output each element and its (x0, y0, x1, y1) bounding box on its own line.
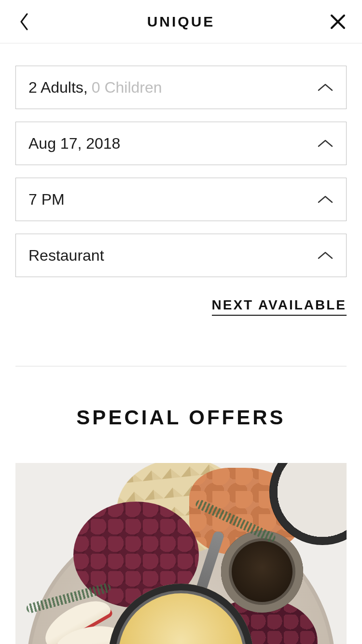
close-icon (330, 14, 346, 30)
venue-type-selector[interactable]: Restaurant (15, 234, 347, 277)
time-selector[interactable]: 7 PM (15, 178, 347, 221)
party-size-label: 2 Adults, 0 Children (28, 79, 162, 97)
close-button[interactable] (328, 12, 348, 31)
children-text: 0 Children (92, 79, 162, 97)
chevron-up-icon (317, 83, 334, 92)
chevron-left-icon (19, 13, 29, 30)
next-available-link[interactable]: NEXT AVAILABLE (212, 297, 347, 316)
special-offer-image[interactable] (15, 463, 347, 644)
pepper-dish-icon (221, 531, 303, 613)
venue-type-label: Restaurant (28, 247, 104, 265)
adults-text: 2 Adults, (28, 79, 88, 97)
page-title: UNIQUE (147, 14, 215, 30)
time-label: 7 PM (28, 191, 65, 209)
party-size-selector[interactable]: 2 Adults, 0 Children (15, 66, 347, 109)
special-offers-heading: SPECIAL OFFERS (15, 406, 347, 429)
date-label: Aug 17, 2018 (28, 135, 120, 153)
date-selector[interactable]: Aug 17, 2018 (15, 122, 347, 165)
chevron-up-icon (317, 139, 334, 148)
section-divider (15, 366, 347, 366)
reservation-form: 2 Adults, 0 Children Aug 17, 2018 7 PM R… (0, 43, 362, 644)
header: UNIQUE (0, 0, 362, 43)
back-button[interactable] (14, 12, 34, 31)
chevron-up-icon (317, 195, 334, 204)
chevron-up-icon (317, 251, 334, 260)
